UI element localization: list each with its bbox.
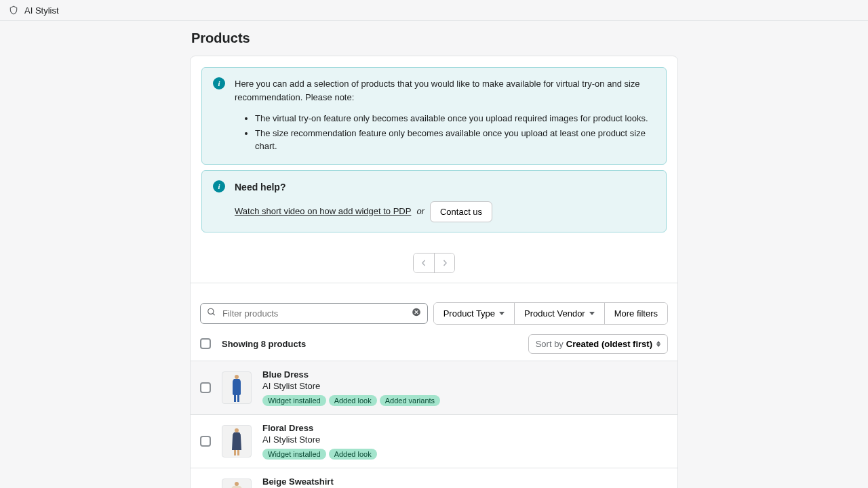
svg-point-6 — [235, 428, 239, 432]
product-tag: Widget installed — [262, 395, 326, 406]
product-tag: Added look — [329, 449, 377, 460]
chevron-left-icon — [420, 260, 427, 266]
more-filters-button[interactable]: More filters — [604, 303, 667, 324]
product-thumbnail — [222, 425, 252, 458]
app-logo-icon — [8, 5, 19, 16]
product-tag: Added look — [329, 395, 377, 406]
product-row[interactable]: Beige Sweatshirt AI Stylist Store Widget… — [191, 468, 677, 489]
product-tag: Widget installed — [262, 449, 326, 460]
svg-point-9 — [235, 482, 239, 486]
svg-rect-4 — [234, 395, 236, 402]
product-checkbox[interactable] — [200, 382, 211, 393]
info-banner-bullet: The virtual try-on feature only becomes … — [255, 112, 655, 125]
topbar: AI Stylist — [0, 0, 868, 21]
svg-point-3 — [235, 375, 239, 379]
chevron-right-icon — [441, 260, 448, 266]
svg-line-1 — [213, 313, 215, 315]
product-checkbox[interactable] — [200, 436, 211, 447]
clear-search-icon[interactable] — [412, 308, 421, 319]
product-vendor: AI Stylist Store — [262, 381, 668, 391]
app-name: AI Stylist — [24, 5, 59, 16]
product-row[interactable]: Floral Dress AI Stylist Store Widget ins… — [191, 414, 677, 468]
svg-rect-7 — [234, 450, 236, 455]
info-icon: i — [213, 77, 225, 89]
product-row[interactable]: Blue Dress AI Stylist Store Widget insta… — [191, 361, 677, 414]
product-name: Beige Sweatshirt — [262, 476, 668, 487]
sort-caret-icon — [656, 341, 660, 347]
info-banner-bullet: The size recommendation feature only bec… — [255, 127, 655, 153]
pagination — [201, 238, 667, 283]
help-or-text: or — [416, 205, 425, 218]
svg-rect-5 — [237, 395, 239, 402]
main-card: i Here you can add a selection of produc… — [190, 56, 678, 488]
help-banner: i Need help? Watch short video on how ad… — [201, 170, 667, 232]
product-vendor-filter[interactable]: Product Vendor — [514, 303, 604, 324]
contact-us-button[interactable]: Contact us — [430, 201, 492, 222]
svg-point-0 — [208, 308, 214, 314]
pager-next-button[interactable] — [434, 253, 454, 272]
pager-prev-button[interactable] — [414, 253, 434, 272]
showing-count: Showing 8 products — [222, 339, 306, 349]
product-name: Floral Dress — [262, 423, 668, 433]
product-thumbnail — [222, 371, 252, 404]
svg-rect-8 — [237, 450, 239, 455]
info-banner: i Here you can add a selection of produc… — [201, 67, 667, 165]
caret-down-icon — [499, 312, 505, 315]
product-thumbnail — [222, 479, 252, 489]
product-type-filter[interactable]: Product Type — [434, 303, 514, 324]
info-banner-intro: Here you can add a selection of products… — [235, 77, 655, 104]
search-icon — [207, 308, 216, 319]
watch-video-link[interactable]: Watch short video on how add widget to P… — [235, 205, 411, 218]
product-name: Blue Dress — [262, 369, 668, 380]
filter-products-input[interactable] — [200, 303, 428, 324]
sort-button[interactable]: Sort by Created (oldest first) — [528, 334, 668, 354]
info-icon: i — [213, 180, 225, 192]
product-vendor: AI Stylist Store — [262, 434, 668, 445]
select-all-checkbox[interactable] — [200, 338, 211, 349]
caret-down-icon — [589, 312, 595, 315]
product-tag: Added variants — [380, 395, 440, 406]
help-banner-title: Need help? — [235, 180, 655, 195]
page-title: Products — [190, 30, 678, 46]
